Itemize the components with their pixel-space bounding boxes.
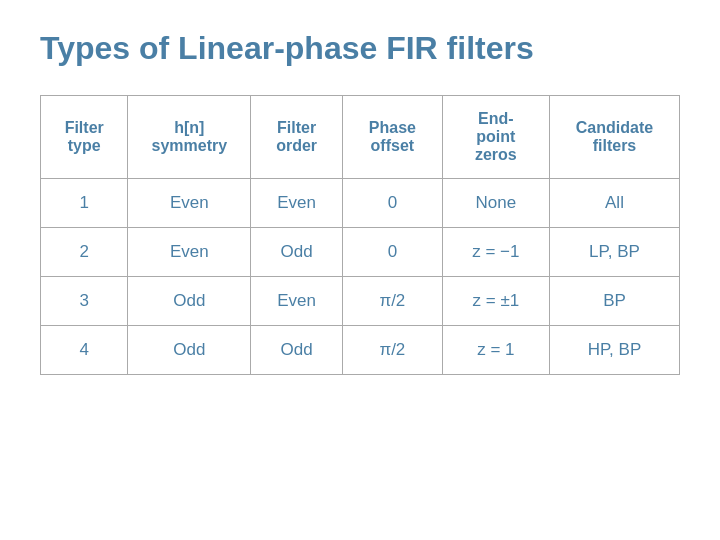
cell-candidate-filters: LP, BP bbox=[549, 228, 679, 277]
cell-candidate-filters: All bbox=[549, 179, 679, 228]
col-header-filter-type: Filter type bbox=[41, 96, 128, 179]
cell-symmetry: Even bbox=[128, 179, 251, 228]
cell-phase-offset: 0 bbox=[342, 228, 442, 277]
table-header-row: Filter type h[n] symmetry Filter order P… bbox=[41, 96, 680, 179]
filter-table: Filter type h[n] symmetry Filter order P… bbox=[40, 95, 680, 375]
cell-filter-type: 1 bbox=[41, 179, 128, 228]
cell-phase-offset: π/2 bbox=[342, 277, 442, 326]
col-header-symmetry: h[n] symmetry bbox=[128, 96, 251, 179]
cell-endpoint-zeros: z = 1 bbox=[442, 326, 549, 375]
col-header-phase-offset: Phase offset bbox=[342, 96, 442, 179]
cell-order: Even bbox=[251, 179, 343, 228]
table-row: 4OddOddπ/2z = 1HP, BP bbox=[41, 326, 680, 375]
cell-order: Odd bbox=[251, 228, 343, 277]
cell-filter-type: 2 bbox=[41, 228, 128, 277]
col-header-candidate-filters: Candidate filters bbox=[549, 96, 679, 179]
col-header-endpoint-zeros: End-point zeros bbox=[442, 96, 549, 179]
table-row: 2EvenOdd0z = −1LP, BP bbox=[41, 228, 680, 277]
cell-order: Even bbox=[251, 277, 343, 326]
cell-symmetry: Odd bbox=[128, 277, 251, 326]
col-header-order: Filter order bbox=[251, 96, 343, 179]
table-row: 3OddEvenπ/2z = ±1BP bbox=[41, 277, 680, 326]
cell-endpoint-zeros: z = ±1 bbox=[442, 277, 549, 326]
cell-symmetry: Even bbox=[128, 228, 251, 277]
cell-symmetry: Odd bbox=[128, 326, 251, 375]
cell-filter-type: 3 bbox=[41, 277, 128, 326]
cell-phase-offset: π/2 bbox=[342, 326, 442, 375]
page-title: Types of Linear-phase FIR filters bbox=[40, 30, 534, 67]
cell-endpoint-zeros: None bbox=[442, 179, 549, 228]
cell-phase-offset: 0 bbox=[342, 179, 442, 228]
cell-endpoint-zeros: z = −1 bbox=[442, 228, 549, 277]
cell-filter-type: 4 bbox=[41, 326, 128, 375]
cell-candidate-filters: HP, BP bbox=[549, 326, 679, 375]
cell-order: Odd bbox=[251, 326, 343, 375]
cell-candidate-filters: BP bbox=[549, 277, 679, 326]
table-row: 1EvenEven0NoneAll bbox=[41, 179, 680, 228]
